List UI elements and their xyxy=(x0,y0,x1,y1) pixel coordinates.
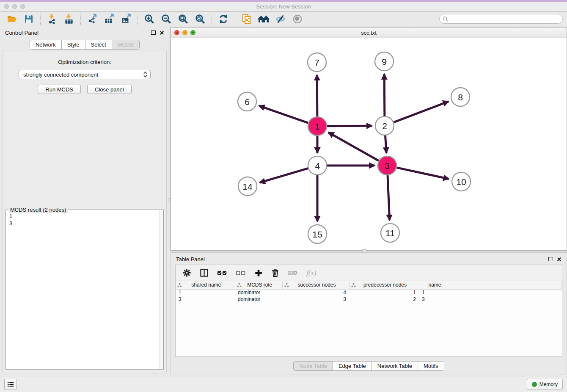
zoom-out-icon[interactable] xyxy=(158,13,175,25)
edge-1-2[interactable] xyxy=(327,126,372,126)
float-table-panel-icon[interactable] xyxy=(548,257,553,261)
edge-2-3[interactable] xyxy=(385,135,386,153)
column-tree-icon xyxy=(284,283,289,287)
col-successor-nodes[interactable]: successor nodes xyxy=(282,281,349,289)
cell-name[interactable]: 3 xyxy=(419,296,455,303)
table-panel-header: Table Panel xyxy=(171,253,567,265)
deselect-all-icon[interactable] xyxy=(236,270,246,276)
tab-network-table[interactable]: Network Table xyxy=(372,362,418,370)
col-predecessor-nodes[interactable]: predecessor nodes xyxy=(349,281,419,289)
gear-icon[interactable] xyxy=(182,268,191,277)
tab-network[interactable]: Network xyxy=(30,40,61,49)
criterion-select[interactable]: strongly connected component xyxy=(19,70,151,79)
split-columns-icon[interactable] xyxy=(200,268,209,277)
control-panel-tabbar: Network Style Select MCDS xyxy=(30,40,140,50)
import-network-icon[interactable] xyxy=(44,13,61,25)
node-table: shared name MCDS role successor nodes pr… xyxy=(176,281,562,303)
tab-mcds[interactable]: MCDS xyxy=(112,40,139,49)
graph-node-label: 15 xyxy=(312,229,322,239)
export-table-icon[interactable] xyxy=(101,13,118,25)
cell-successor-nodes[interactable]: 4 xyxy=(282,289,349,296)
edge-1-7[interactable] xyxy=(317,75,317,116)
tab-motifs[interactable]: Motifs xyxy=(418,362,444,370)
zoom-fit-icon[interactable] xyxy=(175,13,192,25)
edge-3-1[interactable] xyxy=(328,133,379,161)
edge-1-6[interactable] xyxy=(259,106,308,123)
close-table-panel-icon[interactable] xyxy=(557,257,561,262)
network-canvas[interactable]: 1234678910111415 xyxy=(171,38,567,250)
edge-3-10[interactable] xyxy=(396,168,449,179)
node-table-container: f(x) shared name MCDS role successor nod… xyxy=(175,265,562,357)
search-field[interactable] xyxy=(451,15,562,23)
tab-select[interactable]: Select xyxy=(85,40,112,49)
cell-shared-name[interactable]: 3 xyxy=(176,296,235,303)
stepper-icon xyxy=(143,71,148,78)
close-panel-button[interactable]: Close panel xyxy=(87,85,132,94)
network-window-title: scc.txt xyxy=(171,30,567,36)
graph-node-label: 3 xyxy=(385,161,390,171)
clone-network-icon[interactable] xyxy=(238,13,255,25)
cell-predecessor-nodes[interactable]: 2 xyxy=(349,296,419,303)
col-shared-name[interactable]: shared name xyxy=(176,281,235,289)
cell-successor-nodes[interactable]: 3 xyxy=(282,296,349,303)
zoom-in-icon[interactable] xyxy=(141,13,158,25)
open-session-icon[interactable] xyxy=(3,13,20,25)
result-scrollbar[interactable] xyxy=(159,210,163,369)
criterion-select-value: strongly connected component xyxy=(23,72,143,78)
table-row[interactable]: 3 dominator 3 2 3 xyxy=(176,296,562,303)
graph-node-label: 14 xyxy=(242,182,253,191)
select-all-icon[interactable] xyxy=(217,270,227,276)
network-graph[interactable]: 1234678910111415 xyxy=(171,38,567,250)
tab-style[interactable]: Style xyxy=(61,40,85,49)
edge-3-11[interactable] xyxy=(388,175,390,220)
import-table-icon[interactable] xyxy=(61,13,77,25)
cell-shared-name[interactable]: 1 xyxy=(176,289,235,296)
cell-mcds-role[interactable]: dominator xyxy=(235,289,282,296)
table-row[interactable]: 1 dominator 4 1 1 xyxy=(176,289,562,296)
task-history-button[interactable] xyxy=(4,379,17,389)
horizontal-splitter-handle[interactable] xyxy=(362,249,366,252)
window-titlebar: Session: New Session xyxy=(0,0,567,12)
add-column-icon[interactable] xyxy=(254,269,263,277)
memory-status-icon xyxy=(532,382,537,387)
edge-2-8[interactable] xyxy=(394,102,449,122)
close-panel-icon[interactable] xyxy=(160,30,164,35)
graph-node-label: 6 xyxy=(245,97,250,107)
delete-icon[interactable] xyxy=(271,268,279,277)
memory-button[interactable]: Memory xyxy=(527,379,563,389)
edge-4-14[interactable] xyxy=(260,168,308,183)
show-eye-icon[interactable] xyxy=(289,13,306,25)
network-window-titlebar[interactable]: x – + scc.txt xyxy=(171,28,567,38)
hide-eye-slash-icon[interactable] xyxy=(272,13,289,25)
home-views-icon[interactable] xyxy=(255,13,272,25)
col-name[interactable]: name xyxy=(419,281,455,289)
col-mcds-role[interactable]: MCDS role xyxy=(235,281,282,289)
edge-2-9[interactable] xyxy=(384,74,385,116)
export-network-icon[interactable] xyxy=(84,13,101,25)
cell-mcds-role[interactable]: dominator xyxy=(235,296,282,303)
column-tree-icon xyxy=(237,283,242,287)
table-tabbar: Node Table Edge Table Network Table Moti… xyxy=(293,361,444,371)
search-input[interactable] xyxy=(439,14,563,24)
main-toolbar xyxy=(0,12,567,26)
search-icon xyxy=(443,16,449,22)
cell-name[interactable]: 1 xyxy=(419,289,455,296)
tab-node-table[interactable]: Node Table xyxy=(294,362,333,370)
delete-table-icon xyxy=(288,269,298,276)
control-panel-header: Control Panel xyxy=(0,26,169,39)
cell-predecessor-nodes[interactable]: 1 xyxy=(349,289,419,296)
tab-edge-table[interactable]: Edge Table xyxy=(333,362,372,370)
graph-node-label: 8 xyxy=(458,92,463,102)
result-line: 3 xyxy=(9,220,160,227)
float-panel-icon[interactable] xyxy=(151,30,156,35)
export-image-icon[interactable] xyxy=(118,13,135,25)
network-view-window: x – + scc.txt 1234678910111415 xyxy=(171,27,567,251)
zoom-selected-icon[interactable] xyxy=(192,13,209,25)
col-filler xyxy=(455,281,562,289)
table-header-row: shared name MCDS role successor nodes pr… xyxy=(176,281,562,289)
column-tree-icon xyxy=(177,283,182,287)
graph-node-label: 2 xyxy=(382,121,387,131)
run-mcds-button[interactable]: Run MCDS xyxy=(38,85,81,94)
refresh-icon[interactable] xyxy=(215,13,232,25)
save-session-icon[interactable] xyxy=(20,13,37,25)
